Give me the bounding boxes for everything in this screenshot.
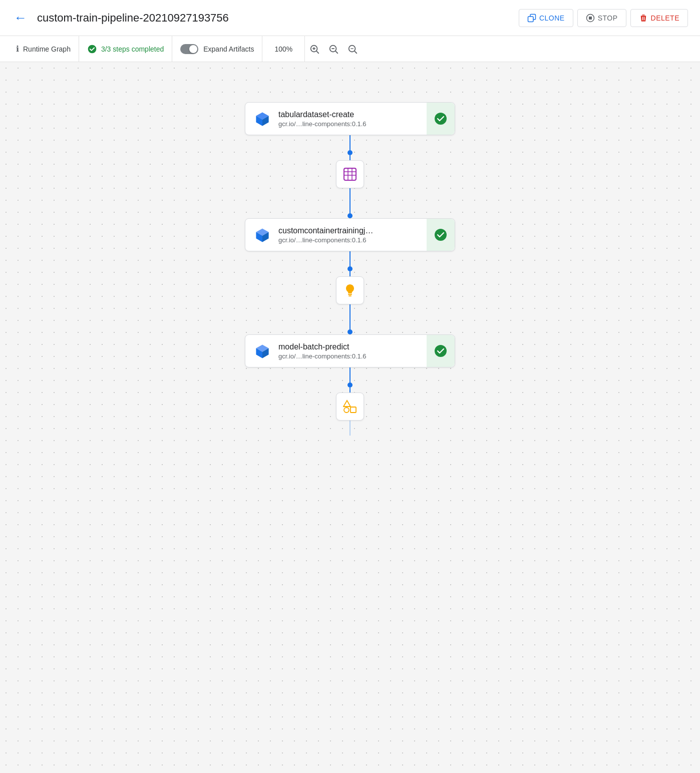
node-3-status-icon [434,344,448,358]
zoom-level-display: 100% [262,36,305,62]
pipeline-flow: tabulardataset-create gcr.io/…line-compo… [0,62,700,436]
svg-rect-30 [348,294,352,295]
zoom-in-button[interactable] [305,40,324,59]
svg-point-36 [435,345,447,357]
delete-button[interactable]: DELETE [630,9,688,27]
artifact-node-1[interactable] [336,160,364,188]
svg-line-8 [316,51,318,53]
node-1-status-icon [434,112,448,126]
expand-artifacts-toggle[interactable]: Expand Artifacts [172,36,262,62]
node-3-info: model-batch-predict gcr.io/…line-compone… [278,342,447,360]
toggle-switch[interactable] [180,44,198,54]
toolbar: ℹ Runtime Graph 3/3 steps completed Expa… [0,36,700,62]
zoom-in-icon [309,44,320,55]
delete-icon [639,14,648,23]
svg-rect-1 [528,17,533,22]
zoom-fit-button[interactable] [343,40,362,59]
header: ← custom-train-pipeline-20210927193756 C… [0,0,700,36]
node-3-subtitle: gcr.io/…line-components:0.1.6 [278,352,447,360]
runtime-graph-tab[interactable]: ℹ Runtime Graph [8,36,79,62]
node-2-info: customcontainertrainingj… gcr.io/…line-c… [278,226,447,244]
zoom-out-button[interactable] [324,40,343,59]
header-actions: CLONE STOP DELETE [519,9,688,27]
node-2-status-bg [427,219,455,251]
svg-line-13 [355,51,357,53]
pipeline-node-2[interactable]: customcontainertrainingj… gcr.io/…line-c… [245,218,455,251]
connector-dot-1 [347,150,353,155]
node-2-subtitle: gcr.io/…line-components:0.1.6 [278,236,447,244]
table-icon [343,167,357,181]
svg-marker-37 [343,401,351,407]
zoom-fit-icon [347,44,358,55]
node-1-name: tabulardataset-create [278,110,447,119]
stop-icon [586,14,595,23]
svg-rect-3 [589,17,592,20]
svg-point-29 [435,229,447,241]
check-circle-icon [87,44,97,54]
node-1-status-bg [427,103,455,135]
connector-dot-5 [347,382,353,388]
svg-rect-31 [348,295,352,296]
node-3-name: model-batch-predict [278,342,447,351]
clone-icon [527,14,536,23]
cube-icon-1 [253,110,271,128]
svg-line-11 [335,51,337,53]
artifact-node-2[interactable] [336,276,364,304]
connector-dot-2 [347,213,353,218]
artifact-node-3[interactable] [336,393,364,421]
cube-icon-2 [253,226,271,244]
stop-button[interactable]: STOP [577,9,626,27]
node-2-name: customcontainertrainingj… [278,226,447,235]
node-2-status-icon [434,228,448,242]
steps-status: 3/3 steps completed [79,36,172,62]
pipeline-canvas: tabulardataset-create gcr.io/…line-compo… [0,62,700,773]
svg-point-39 [344,408,349,413]
clone-button[interactable]: CLONE [519,9,573,27]
connector-dot-3 [347,266,353,271]
info-icon: ℹ [16,44,19,54]
page-title: custom-train-pipeline-20210927193756 [37,12,511,25]
pipeline-node-3[interactable]: model-batch-predict gcr.io/…line-compone… [245,334,455,367]
cube-icon-3 [253,342,271,360]
model-icon [343,283,357,297]
node-1-info: tabulardataset-create gcr.io/…line-compo… [278,110,447,128]
connector-dot-4 [347,329,353,334]
pipeline-node-1[interactable]: tabulardataset-create gcr.io/…line-compo… [245,102,455,135]
node-3-status-bg [427,335,455,367]
back-button[interactable]: ← [12,8,29,28]
node-1-subtitle: gcr.io/…line-components:0.1.6 [278,120,447,128]
svg-point-20 [435,113,447,125]
shapes-icon [343,400,357,414]
svg-rect-21 [344,168,356,180]
svg-rect-38 [351,407,356,413]
svg-point-4 [88,45,97,53]
zoom-out-icon [328,44,339,55]
